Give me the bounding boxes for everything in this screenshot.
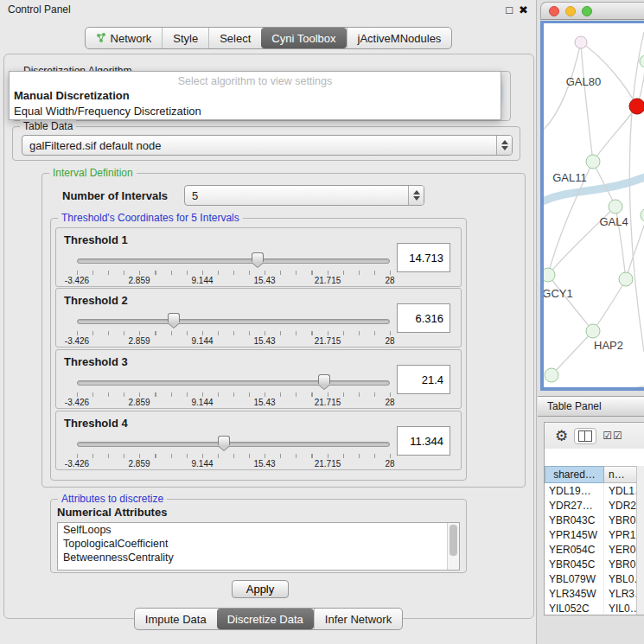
- checkbox-icons[interactable]: ☑☑: [603, 430, 623, 442]
- network-edge[interactable]: [544, 385, 644, 387]
- table-row[interactable]: YBL079WYBL0…: [545, 571, 637, 586]
- threshold-2-panel: Threshold 2 -3.426 2.859 9.144 15.43 21.…: [55, 288, 462, 348]
- slider-track[interactable]: [77, 258, 390, 264]
- number-of-intervals-combobox[interactable]: 5: [184, 185, 424, 206]
- tab-select[interactable]: Select: [208, 28, 261, 48]
- network-node[interactable]: [545, 368, 558, 382]
- table-panel-header: Table Panel: [538, 396, 644, 417]
- network-edge[interactable]: [552, 331, 593, 375]
- slider-track[interactable]: [77, 380, 390, 386]
- table-row[interactable]: YDL19…YDL1…: [545, 483, 637, 498]
- network-node[interactable]: [641, 208, 644, 222]
- network-edge[interactable]: [581, 42, 593, 162]
- threshold-1-value-input[interactable]: [397, 243, 450, 272]
- list-scrollbar[interactable]: [447, 523, 459, 570]
- minimize-traffic-light[interactable]: [565, 6, 576, 16]
- slider-ticks: [77, 454, 391, 458]
- node-table-window: ⚙ ☑☑ shared… n… YDL19…YDL1… YDR27…YDR2… …: [544, 422, 644, 615]
- slider-track[interactable]: [77, 442, 390, 447]
- scale-label: 21.715: [315, 276, 341, 285]
- network-node[interactable]: [609, 200, 622, 214]
- table-row[interactable]: YIL052CYIL0…: [545, 601, 637, 614]
- table-scrollbar[interactable]: [636, 466, 644, 615]
- network-canvas[interactable]: GAL80GAL11GAL4GCY1HAP2: [544, 23, 644, 387]
- bottom-tab-strip: Impute Data Discretize Data Infer Networ…: [134, 608, 403, 630]
- group-label: Threshold's Coordinates for 5 Intervals: [58, 212, 243, 224]
- zoom-traffic-light[interactable]: [582, 6, 592, 16]
- threshold-1-slider[interactable]: [77, 252, 390, 268]
- network-node[interactable]: [575, 36, 587, 48]
- table-row[interactable]: YBR045CYBR0…: [545, 557, 637, 571]
- combobox-value: 5: [185, 189, 408, 202]
- cell: YLR345W: [545, 586, 604, 601]
- network-edge[interactable]: [581, 42, 637, 106]
- network-node[interactable]: [544, 268, 555, 282]
- slider-thumb[interactable]: [252, 252, 264, 262]
- table-toolbar: ⚙ ☑☑: [545, 423, 644, 449]
- tab-style[interactable]: Style: [162, 28, 208, 48]
- slider-thumb[interactable]: [318, 374, 330, 384]
- network-edge[interactable]: [548, 275, 593, 331]
- scale-label: 9.144: [191, 276, 213, 285]
- apply-button[interactable]: Apply: [232, 580, 289, 598]
- tab-impute-data[interactable]: Impute Data: [135, 609, 217, 629]
- table-row[interactable]: YPR145WYPR1…: [545, 527, 637, 542]
- scale-label: 21.715: [315, 336, 341, 346]
- dropdown-placeholder: Select algorithm to view settings: [10, 72, 501, 87]
- list-item[interactable]: BetweennessCentrality: [58, 551, 459, 564]
- control-panel-titlebar: Control Panel □ ✖: [0, 0, 536, 19]
- list-item[interactable]: TopologicalCoefficient: [58, 537, 459, 551]
- float-window-icon[interactable]: □: [506, 3, 513, 16]
- scrollbar-thumb[interactable]: [450, 525, 457, 556]
- scale-label: 9.144: [191, 398, 213, 407]
- network-window-titlebar[interactable]: [540, 2, 644, 20]
- list-item[interactable]: SelfLoops: [58, 523, 459, 537]
- network-node[interactable]: [586, 324, 600, 338]
- tab-network[interactable]: Network: [86, 28, 163, 48]
- network-node[interactable]: [629, 99, 644, 114]
- table-row[interactable]: YBR043CYBR0…: [545, 513, 637, 527]
- threshold-4-value-input[interactable]: [397, 426, 450, 456]
- gear-icon[interactable]: ⚙: [555, 429, 568, 443]
- network-node[interactable]: [619, 272, 633, 286]
- threshold-4-slider[interactable]: [77, 436, 390, 451]
- network-node[interactable]: [640, 55, 644, 67]
- tab-cyni-toolbox[interactable]: Cyni Toolbox: [261, 28, 346, 48]
- cell: YPR145W: [545, 527, 604, 542]
- table-row[interactable]: YDR27…YDR2…: [545, 498, 637, 513]
- network-node[interactable]: [586, 155, 600, 169]
- column-layout-button[interactable]: [574, 428, 596, 444]
- slider-thumb[interactable]: [168, 313, 180, 322]
- column-header-name[interactable]: n…: [604, 466, 637, 483]
- network-edge[interactable]: [626, 215, 644, 279]
- table-row[interactable]: YLR345WYLR3…: [545, 586, 637, 601]
- network-edge[interactable]: [544, 42, 581, 134]
- dropdown-option-equal-width-frequency[interactable]: Equal Width/Frequency Discretization: [10, 103, 501, 118]
- threshold-2-slider[interactable]: [77, 313, 390, 328]
- table-row[interactable]: YER054CYER0…: [545, 542, 637, 557]
- scale-label: -3.426: [65, 276, 89, 285]
- network-edge[interactable]: [629, 32, 644, 352]
- scale-label: 21.715: [315, 398, 341, 407]
- close-icon[interactable]: ✖: [519, 3, 528, 16]
- tab-infer-network[interactable]: Infer Network: [314, 609, 402, 629]
- column-header-shared-name[interactable]: shared…: [545, 466, 604, 483]
- tab-jactivemnodules[interactable]: jActiveMNodules: [347, 28, 452, 48]
- scale-label: 9.144: [191, 336, 213, 346]
- slider-track[interactable]: [77, 319, 390, 324]
- slider-ticks: [77, 271, 391, 275]
- scale-label: -3.426: [65, 336, 89, 346]
- threshold-3-slider[interactable]: [77, 374, 390, 390]
- dropdown-option-manual-discretization[interactable]: Manual Discretization: [10, 87, 501, 103]
- threshold-3-value-input[interactable]: [397, 365, 450, 394]
- cell: YER0…: [604, 542, 637, 557]
- close-traffic-light[interactable]: [549, 6, 559, 16]
- tab-label: Network: [111, 32, 152, 45]
- tab-discretize-data[interactable]: Discretize Data: [217, 609, 314, 629]
- network-edge[interactable]: [593, 279, 626, 331]
- threshold-2-value-input[interactable]: [397, 303, 450, 333]
- table-data-combobox[interactable]: galFiltered.sif default node: [22, 135, 513, 156]
- cell: YIL052C: [545, 601, 604, 614]
- slider-thumb[interactable]: [218, 436, 230, 445]
- network-view-window: GAL80GAL11GAL4GCY1HAP2: [540, 2, 644, 391]
